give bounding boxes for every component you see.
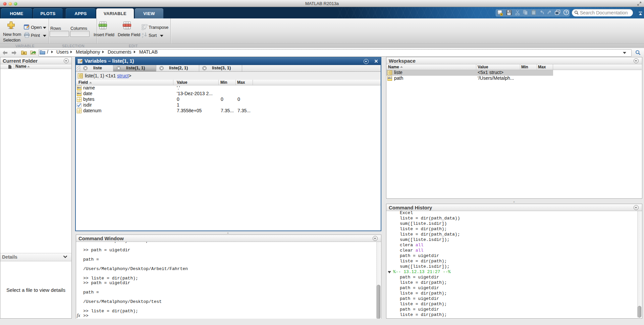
svg-text:z: z [142, 35, 144, 38]
svg-text:?: ? [565, 10, 568, 14]
svg-text:abc: abc [388, 77, 392, 79]
svg-text:abc: abc [77, 86, 81, 89]
svg-text:abc: abc [77, 92, 81, 94]
